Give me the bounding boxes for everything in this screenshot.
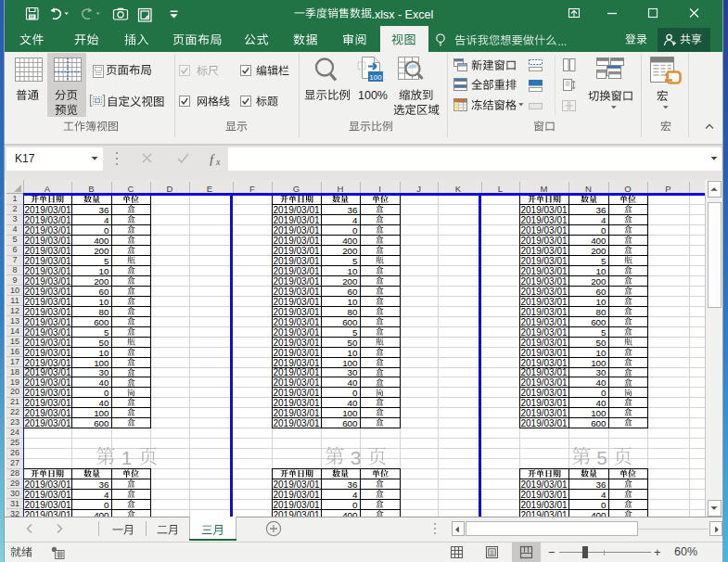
svg-text:100: 100 — [369, 73, 382, 82]
svg-text:f: f — [210, 152, 215, 167]
svg-text:x: x — [215, 157, 221, 167]
